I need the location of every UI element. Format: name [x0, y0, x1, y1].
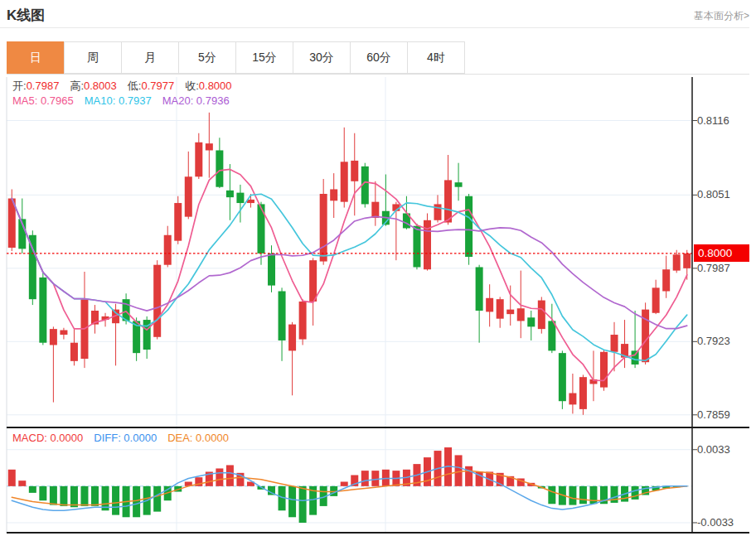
axis-label: 0.8116	[697, 114, 749, 127]
macd-bar	[548, 486, 555, 504]
candle-body	[632, 350, 639, 365]
candle-body	[216, 150, 223, 186]
candle-body	[29, 235, 36, 299]
candle-body	[330, 189, 337, 200]
legend-item: MA10: 0.7937	[85, 94, 152, 107]
macd-bar	[70, 486, 78, 507]
legend-item: 收:0.8000	[185, 79, 231, 94]
axis-label: 0.7923	[697, 335, 749, 347]
macd-bar	[91, 486, 99, 506]
macd-bar	[133, 486, 140, 517]
macd-bar	[569, 486, 576, 505]
candle-body	[70, 343, 78, 361]
macd-bar	[80, 486, 88, 506]
candle-body	[268, 254, 275, 286]
candle-body	[174, 203, 182, 241]
candle-body	[455, 182, 463, 187]
candle-body	[226, 191, 234, 197]
legend-item: 高:0.8003	[70, 79, 116, 94]
candle-body	[497, 299, 504, 319]
axis-label: 0.7859	[697, 408, 749, 421]
candle-body	[320, 194, 327, 262]
candle-body	[185, 176, 192, 216]
axis-label: -0.0033	[697, 516, 749, 529]
macd-bar	[371, 471, 379, 486]
axis-label: 0.7987	[697, 262, 749, 274]
candle-body	[559, 353, 566, 401]
candle-body	[309, 260, 317, 302]
candle-body	[683, 254, 691, 268]
candle-body	[538, 301, 545, 330]
candle-body	[444, 180, 452, 222]
candle-body	[279, 292, 286, 340]
legend-item: 开:0.7987	[12, 79, 59, 94]
candle-body	[371, 202, 379, 218]
macd-bar	[299, 486, 307, 523]
macd-bar	[589, 486, 597, 504]
candle-body	[662, 269, 670, 291]
chart-region: 开:0.7987高:0.8003低:0.7977收:0.8000 MA5: 0.…	[0, 0, 756, 536]
legend-item: 低:0.7977	[128, 79, 174, 94]
legend-item: DEA: 0.0000	[167, 432, 229, 444]
candle-body	[476, 267, 483, 311]
candle-body	[600, 352, 608, 388]
kline-widget: K线图 基本面分析> 日周月5分15分30分60分4时 开:0.7987高:0.…	[0, 0, 756, 536]
macd-legend: MACD: 0.0000DIFF: 0.0000DEA: 0.0000	[12, 432, 229, 444]
candle-body	[299, 302, 307, 340]
candle-body	[236, 193, 244, 203]
candle-body	[39, 278, 46, 343]
macd-bar	[361, 471, 369, 486]
legend-item: MACD: 0.0000	[12, 432, 83, 444]
macd-bar	[216, 468, 223, 485]
candle-body	[206, 143, 213, 150]
macd-bar	[50, 486, 57, 505]
macd-bar	[341, 482, 348, 486]
candle-body	[164, 235, 172, 265]
legend-item: MA20: 0.7936	[162, 94, 230, 107]
macd-bar	[29, 486, 36, 493]
macd-bar	[153, 486, 161, 512]
candle-body	[652, 287, 660, 312]
candle-body	[506, 310, 514, 315]
macd-bar	[455, 455, 463, 485]
macd-bar	[18, 480, 26, 486]
candle-body	[351, 161, 358, 181]
candle-body	[341, 162, 348, 201]
candle-body	[413, 226, 420, 268]
candle-body	[153, 265, 161, 337]
candle-body	[673, 254, 681, 270]
candle-body	[288, 325, 296, 351]
macd-bar	[8, 470, 16, 486]
candle-body	[611, 335, 618, 352]
candle-body	[465, 196, 472, 257]
candle-body	[50, 329, 57, 345]
macd-bar	[579, 486, 587, 504]
candle-body	[517, 308, 525, 321]
macd-bar	[60, 486, 67, 506]
axis-label: 0.0033	[697, 443, 749, 456]
candle-body	[548, 321, 555, 350]
macd-bar	[39, 486, 46, 500]
axis-label: 0.8051	[697, 188, 749, 200]
macd-bar	[632, 486, 639, 500]
candle-body	[569, 394, 576, 405]
candle-body	[486, 298, 493, 312]
legend-item: DIFF: 0.0000	[94, 432, 157, 444]
candle-body	[195, 142, 202, 176]
candle-body	[579, 377, 587, 409]
current-price-badge: 0.8000	[694, 244, 749, 262]
macd-bar	[112, 486, 119, 515]
candle-body	[434, 204, 442, 220]
macd-bar	[226, 465, 234, 485]
ohlc-legend: 开:0.7987高:0.8003低:0.7977收:0.8000	[12, 79, 232, 94]
ma-legend: MA5: 0.7965MA10: 0.7937MA20: 0.7936	[12, 94, 230, 107]
candle-body	[527, 317, 535, 326]
legend-item: MA5: 0.7965	[12, 94, 74, 107]
macd-bar	[288, 486, 296, 517]
candle-body	[60, 331, 67, 336]
